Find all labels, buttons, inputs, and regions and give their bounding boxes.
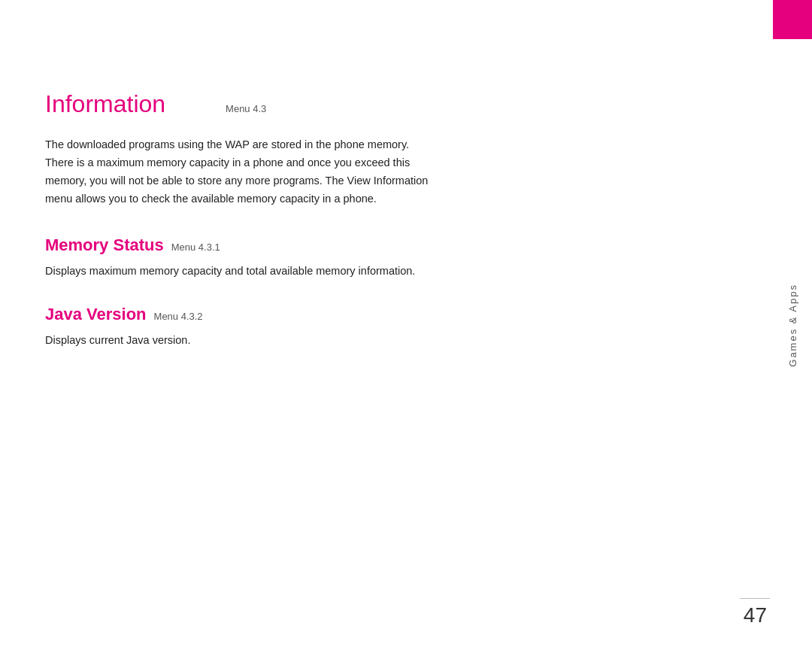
java-version-title-row: Java Version Menu 4.3.2	[45, 305, 692, 324]
intro-paragraph: The downloaded programs using the WAP ar…	[45, 136, 436, 208]
title-row: Information Menu 4.3	[45, 90, 692, 121]
java-version-section: Java Version Menu 4.3.2 Displays current…	[45, 305, 692, 350]
page-menu-ref: Menu 4.3	[226, 103, 266, 114]
memory-status-heading: Memory Status	[45, 235, 164, 255]
memory-status-menu-ref: Menu 4.3.1	[171, 241, 220, 253]
sidebar: Games & Apps	[773, 0, 812, 650]
java-version-heading: Java Version	[45, 305, 147, 324]
page-number: 47	[744, 603, 767, 627]
sidebar-label: Games & Apps	[787, 284, 798, 367]
main-content: Information Menu 4.3 The downloaded prog…	[0, 0, 737, 650]
memory-status-section: Memory Status Menu 4.3.1 Displays maximu…	[45, 235, 692, 281]
java-version-desc: Displays current Java version.	[45, 332, 436, 350]
memory-status-desc: Displays maximum memory capacity and tot…	[45, 263, 436, 281]
sidebar-text-container: Games & Apps	[773, 0, 812, 650]
page-title: Information	[45, 90, 165, 118]
java-version-menu-ref: Menu 4.3.2	[154, 311, 203, 322]
bottom-rule	[740, 598, 770, 600]
memory-status-title-row: Memory Status Menu 4.3.1	[45, 235, 692, 255]
